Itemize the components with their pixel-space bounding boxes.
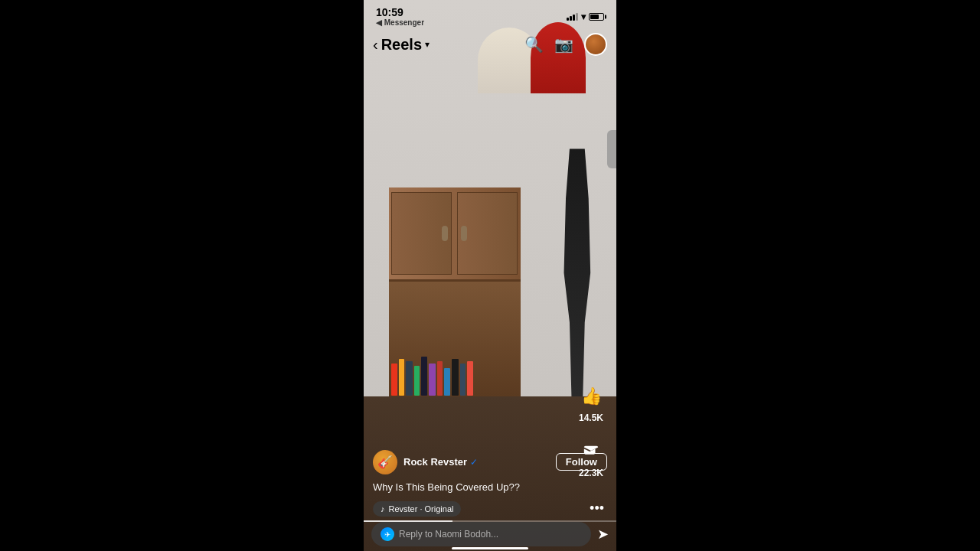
comment-input-wrap[interactable]: ✈ Reply to Naomi Bodoh... (371, 522, 591, 546)
user-avatar[interactable] (584, 33, 607, 56)
creator-name-row: Rock Revster ✓ (403, 456, 550, 468)
search-icon[interactable]: 🔍 (524, 35, 544, 54)
like-icon[interactable]: 👍 (577, 382, 606, 411)
top-nav: ‹ Reels ▾ 🔍 📷 (364, 30, 616, 62)
creator-avatar[interactable]: 🎸 (373, 450, 397, 474)
status-icons: ▾ (567, 11, 604, 22)
music-row: ♪ Revster · Original ••• (373, 500, 607, 517)
phone-frame: 10:59 ◀ Messenger ▾ ‹ Reels ▾ 🔍 📷 (364, 0, 616, 551)
video-title: Why Is This Being Covered Up?? (373, 481, 607, 494)
more-options-button[interactable]: ••• (586, 500, 607, 517)
music-note-icon: ♪ (381, 504, 385, 514)
side-panel-handle[interactable] (607, 130, 616, 168)
comment-bar: ✈ Reply to Naomi Bodoh... ➤ (371, 522, 609, 546)
creator-name: Rock Revster (403, 456, 467, 468)
right-black-panel (616, 0, 980, 551)
music-pill[interactable]: ♪ Revster · Original (373, 501, 461, 517)
left-black-panel (0, 0, 364, 551)
dropdown-icon[interactable]: ▾ (425, 39, 430, 50)
music-label: Revster · Original (389, 504, 454, 514)
comment-placeholder: Reply to Naomi Bodoh... (399, 529, 498, 540)
follow-button[interactable]: Follow (556, 453, 607, 471)
shelf-unit (389, 187, 521, 397)
messenger-label: ◀ Messenger (376, 18, 424, 27)
like-button[interactable]: 👍 14.5K (577, 382, 606, 423)
wifi-icon: ▾ (581, 11, 586, 22)
verified-icon: ✓ (470, 457, 478, 468)
battery-icon (589, 13, 604, 21)
status-bar: 10:59 ◀ Messenger ▾ (364, 0, 616, 30)
home-indicator[interactable] (452, 547, 528, 549)
reels-title: Reels (381, 36, 422, 54)
back-button[interactable]: ‹ (373, 36, 378, 54)
signal-icon (567, 13, 578, 21)
like-count: 14.5K (579, 412, 603, 423)
send-button[interactable]: ➤ (597, 526, 609, 543)
messenger-icon: ✈ (381, 527, 394, 541)
bottom-info: 🎸 Rock Revster ✓ Follow Why Is This Bein… (364, 450, 616, 517)
camera-icon[interactable]: 📷 (554, 35, 573, 54)
status-time: 10:59 (376, 6, 403, 18)
creator-row: 🎸 Rock Revster ✓ Follow (373, 450, 607, 474)
